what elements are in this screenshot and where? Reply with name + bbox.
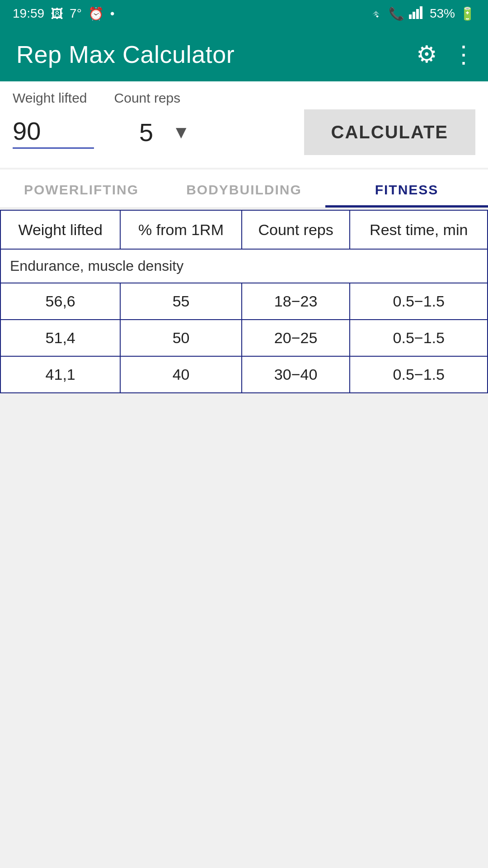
col-header-weight: Weight lifted — [0, 210, 120, 249]
app-bar-actions: ⚙ ⋮ — [416, 42, 475, 66]
settings-button[interactable]: ⚙ — [416, 42, 437, 66]
row3-percent: 40 — [120, 356, 241, 393]
data-table: Weight lifted % from 1RM Count reps Rest… — [0, 210, 488, 393]
weight-input-wrapper — [13, 116, 112, 149]
table-row: 51,4 50 20−25 0.5−1.5 — [0, 320, 488, 356]
status-dot: • — [110, 6, 115, 21]
table-row: 41,1 40 30−40 0.5−1.5 — [0, 356, 488, 393]
row3-reps: 30−40 — [242, 356, 350, 393]
row3-rest: 0.5−1.5 — [350, 356, 488, 393]
status-battery: 53% — [430, 6, 455, 21]
row1-reps: 18−23 — [242, 283, 350, 320]
status-wifi-icon — [368, 5, 384, 22]
row1-weight: 56,6 — [0, 283, 120, 320]
status-bar: 19:59 🖼 7° ⏰ • 📞 53% 🔋 — [0, 0, 488, 27]
table-header-row: Weight lifted % from 1RM Count reps Rest… — [0, 210, 488, 249]
status-call-icon: 📞 — [389, 6, 404, 21]
section-label-row: Endurance, muscle density — [0, 249, 488, 283]
status-signal-icon — [409, 5, 425, 22]
status-temp: 7° — [70, 6, 82, 21]
input-row: 1 2 3 4 5 6 7 8 9 10 ▼ CALCULATE — [13, 109, 475, 155]
svg-rect-1 — [413, 12, 415, 19]
table-row: 56,6 55 18−23 0.5−1.5 — [0, 283, 488, 320]
row2-reps: 20−25 — [242, 320, 350, 356]
tab-fitness[interactable]: FITNESS — [325, 170, 488, 208]
row1-rest: 0.5−1.5 — [350, 283, 488, 320]
status-right: 📞 53% 🔋 — [368, 5, 475, 22]
row2-weight: 51,4 — [0, 320, 120, 356]
tabs-bar: POWERLIFTING BODYBUILDING FITNESS — [0, 170, 488, 208]
more-options-button[interactable]: ⋮ — [452, 42, 475, 66]
app-bar: Rep Max Calculator ⚙ ⋮ — [0, 27, 488, 81]
status-photo-icon: 🖼 — [51, 6, 63, 21]
status-left: 19:59 🖼 7° ⏰ • — [13, 6, 115, 21]
reps-select[interactable]: 1 2 3 4 5 6 7 8 9 10 — [139, 118, 186, 146]
app-title: Rep Max Calculator — [16, 40, 235, 68]
tab-bodybuilding[interactable]: BODYBUILDING — [163, 170, 325, 208]
status-alarm-icon: ⏰ — [88, 6, 104, 21]
weight-label: Weight lifted — [13, 90, 87, 106]
svg-rect-0 — [409, 14, 412, 19]
svg-rect-3 — [420, 6, 422, 19]
status-time: 19:59 — [13, 6, 44, 21]
input-section: Weight lifted Count reps 1 2 3 4 5 6 7 8… — [0, 81, 488, 168]
col-header-percent: % from 1RM — [120, 210, 241, 249]
calculate-button[interactable]: CALCULATE — [304, 109, 475, 155]
input-labels: Weight lifted Count reps — [13, 90, 475, 106]
table-section: Weight lifted % from 1RM Count reps Rest… — [0, 210, 488, 393]
row2-percent: 50 — [120, 320, 241, 356]
col-header-rest: Rest time, min — [350, 210, 488, 249]
tab-powerlifting[interactable]: POWERLIFTING — [0, 170, 163, 208]
section-label: Endurance, muscle density — [0, 249, 488, 283]
reps-select-wrapper: 1 2 3 4 5 6 7 8 9 10 ▼ — [139, 118, 230, 146]
svg-rect-2 — [416, 9, 419, 19]
status-battery-icon: 🔋 — [460, 6, 475, 21]
row2-rest: 0.5−1.5 — [350, 320, 488, 356]
weight-input[interactable] — [13, 116, 94, 149]
reps-label: Count reps — [114, 90, 181, 106]
row3-weight: 41,1 — [0, 356, 120, 393]
row1-percent: 55 — [120, 283, 241, 320]
col-header-reps: Count reps — [242, 210, 350, 249]
bottom-area — [0, 393, 488, 755]
